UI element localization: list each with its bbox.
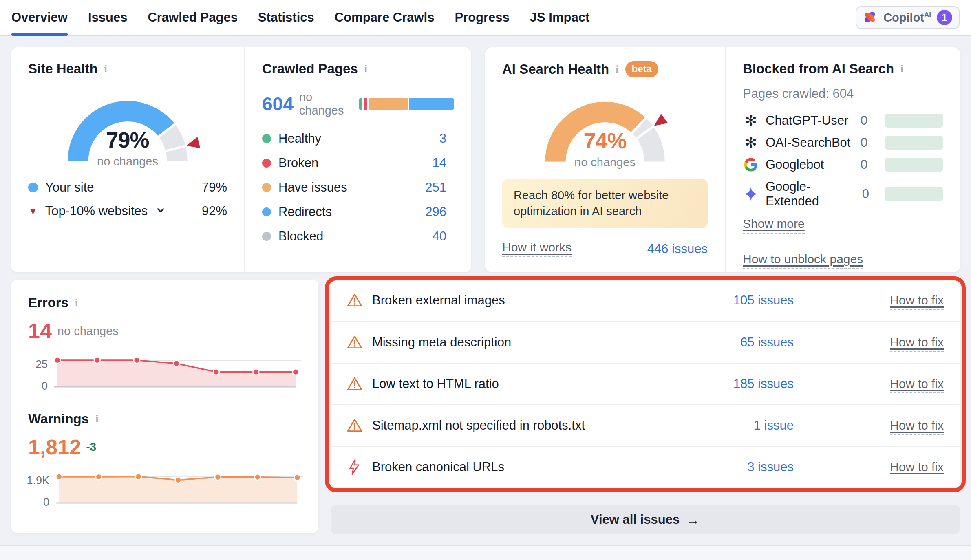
warnings-ymax-label: 1.9K (26, 474, 49, 487)
crawled-pages-stacked-bar[interactable] (359, 98, 454, 110)
issues-row: Errors i 14 no changes 25 0 Warning (11, 280, 960, 534)
site-health-card: Site Health i 79% no changes Your s (11, 47, 471, 272)
tab[interactable]: Crawled Pages (148, 0, 238, 35)
how-to-unblock-link[interactable]: How to unblock pages (743, 252, 863, 269)
bot-blocked-count: 0 (862, 187, 878, 201)
tab[interactable]: Compare Crawls (335, 0, 435, 35)
openai-icon: ✻ (743, 113, 759, 128)
legend-dot (262, 232, 271, 241)
tab[interactable]: Issues (88, 0, 128, 35)
bot-row: Google-Extended 0 (743, 179, 943, 209)
issue-label: Low text to HTML ratio (372, 377, 499, 391)
info-icon[interactable]: i (104, 63, 107, 75)
your-site-dot (28, 183, 38, 192)
info-icon[interactable]: i (364, 63, 367, 75)
errors-trend-chart[interactable]: 25 0 (28, 354, 301, 393)
how-to-fix-link[interactable]: How to fix (890, 419, 944, 435)
top10-label: Top-10% websites (45, 204, 148, 218)
tab[interactable]: Progress (455, 0, 509, 35)
issue-label: Missing meta description (372, 335, 511, 350)
issue-row[interactable]: Broken canonical URLs 3 issues How to fi… (331, 446, 960, 487)
issue-count-link[interactable]: 185 issues (688, 377, 794, 391)
how-it-works-link[interactable]: How it works (502, 240, 572, 257)
warning-triangle-icon (346, 292, 364, 309)
legend-count-link[interactable]: 3 (439, 131, 446, 146)
bot-name: OAI-SearchBot (766, 135, 850, 150)
crawled-legend-row: Redirects 296 (262, 205, 446, 219)
bot-blocked-bar (885, 187, 943, 201)
info-icon[interactable]: i (616, 63, 618, 75)
blocked-ai-title: Blocked from AI Search (743, 61, 894, 77)
bot-row: ✻ ChatGPT-User 0 (743, 113, 943, 128)
crawled-pages-title: Crawled Pages (262, 61, 358, 77)
page-bottom-strip (0, 545, 971, 560)
issue-row[interactable]: Broken external images 105 issues How to… (331, 280, 960, 321)
info-icon[interactable]: i (900, 63, 903, 75)
tab[interactable]: JS Impact (530, 0, 589, 35)
legend-dot (262, 183, 271, 192)
info-icon[interactable]: i (95, 413, 98, 425)
issue-row[interactable]: Sitemap.xml not specified in robots.txt … (331, 404, 960, 446)
issue-row[interactable]: Low text to HTML ratio 185 issues How to… (331, 363, 960, 404)
ai-search-value: 74% (527, 128, 682, 153)
bot-list: ✻ ChatGPT-User 0 ✻ OAI-SearchBot (743, 113, 943, 209)
ai-search-health-section: AI Search Health i beta 74% no changes R… (485, 47, 725, 272)
legend-count-link[interactable]: 40 (433, 229, 446, 244)
ai-search-card: AI Search Health i beta 74% no changes R… (485, 47, 960, 272)
tab[interactable]: Statistics (258, 0, 314, 35)
issue-row[interactable]: Missing meta description 65 issues How t… (331, 321, 960, 363)
warnings-count: 1,812 (28, 435, 81, 459)
gemini-star-icon (743, 187, 759, 201)
warnings-trend-chart[interactable]: 1.9K 0 (28, 470, 301, 509)
info-icon[interactable]: i (75, 297, 78, 309)
copilot-label: CopilotAI (883, 11, 931, 24)
chevron-down-icon[interactable] (156, 204, 166, 218)
bot-name: Googlebot (766, 157, 824, 172)
ai-issues-link[interactable]: 446 issues (647, 242, 708, 256)
legend-row-top10[interactable]: ▼ Top-10% websites 92% (28, 204, 227, 218)
bar-segment (369, 98, 408, 110)
errors-ymax-label: 25 (35, 358, 48, 371)
bot-name: Google-Extended (766, 179, 856, 209)
ai-search-title: AI Search Health (502, 62, 609, 77)
how-to-fix-link[interactable]: How to fix (890, 460, 944, 476)
legend-count-link[interactable]: 251 (425, 180, 446, 195)
errors-title: Errors (28, 295, 68, 311)
site-health-change: no changes (50, 155, 205, 168)
top-issues-panel: Broken external images 105 issues How to… (331, 280, 960, 488)
warning-triangle-icon (346, 375, 364, 392)
top10-value: 92% (202, 204, 227, 218)
bot-blocked-bar (885, 136, 943, 150)
bot-row: ✻ OAI-SearchBot 0 (743, 135, 943, 150)
copilot-icon (862, 9, 878, 26)
legend-count-link[interactable]: 296 (425, 205, 446, 219)
legend-count-link[interactable]: 14 (433, 156, 446, 170)
bot-blocked-count: 0 (861, 113, 878, 128)
issue-count-link[interactable]: 3 issues (688, 460, 794, 474)
bot-blocked-bar (885, 114, 943, 128)
tab[interactable]: Overview (11, 0, 68, 35)
view-all-issues-button[interactable]: View all issues → (331, 505, 960, 534)
copilot-button[interactable]: CopilotAI 1 (856, 6, 960, 29)
beta-badge: beta (625, 61, 658, 77)
crawled-total[interactable]: 604 (262, 93, 294, 115)
bot-name: ChatGPT-User (766, 113, 848, 128)
bot-blocked-count: 0 (861, 157, 878, 172)
issue-count-link[interactable]: 65 issues (688, 335, 794, 350)
show-more-link[interactable]: Show more (743, 217, 805, 234)
issue-label: Broken canonical URLs (372, 460, 504, 474)
how-to-fix-link[interactable]: How to fix (890, 335, 944, 352)
how-to-fix-link[interactable]: How to fix (890, 293, 944, 310)
issue-count-link[interactable]: 1 issue (688, 418, 794, 433)
warnings-title: Warnings (28, 411, 89, 427)
bot-row: Googlebot 0 (743, 157, 943, 172)
legend-label: Have issues (278, 180, 347, 195)
legend-dot (262, 159, 271, 168)
warning-triangle-icon (346, 334, 364, 351)
issue-count-link[interactable]: 105 issues (688, 293, 794, 308)
legend-dot (262, 134, 271, 143)
how-to-fix-link[interactable]: How to fix (890, 377, 944, 393)
site-health-title: Site Health (28, 61, 98, 77)
bot-blocked-bar (885, 158, 943, 172)
errors-change: no changes (57, 324, 119, 338)
